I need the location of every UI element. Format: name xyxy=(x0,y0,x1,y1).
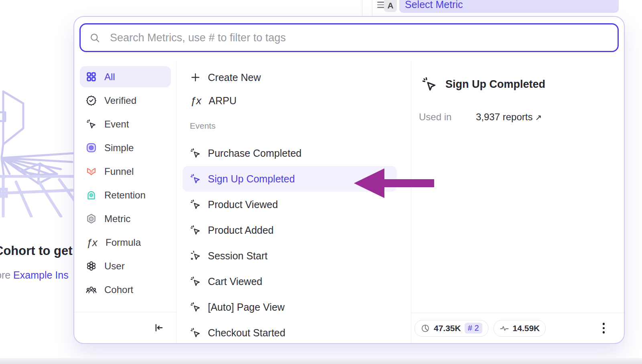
detail-footer: 47.35K # 2 14.59K xyxy=(411,313,624,343)
sidebar-item-formula[interactable]: ƒx Formula xyxy=(80,232,171,253)
create-new-label: Create New xyxy=(208,72,261,83)
reports-link[interactable]: 3,937 reports↗ xyxy=(476,111,542,123)
panel-border xyxy=(372,0,372,16)
sidebar-item-metric[interactable]: Metric xyxy=(80,208,171,229)
clause-letter-badge: A xyxy=(384,0,397,12)
external-link-arrow-icon: ↗ xyxy=(535,113,542,122)
event-item-checkout-started[interactable]: Checkout Started xyxy=(183,320,397,343)
event-item-label: Product Added xyxy=(208,224,274,236)
sidebar-footer xyxy=(74,312,176,343)
sidebar-item-label: Cohort xyxy=(104,284,133,295)
event-item-session-start[interactable]: Session Start xyxy=(183,243,397,269)
event-cursor-icon xyxy=(190,173,201,184)
event-cursor-icon xyxy=(190,224,201,236)
event-cursor-first-time-icon xyxy=(190,250,201,261)
stat-value: 14.59K xyxy=(513,324,540,333)
stat-value: 47.35K xyxy=(434,324,461,333)
sidebar-item-label: Funnel xyxy=(104,166,134,177)
list-item-arpu[interactable]: ƒx ARPU xyxy=(183,89,397,112)
sidebar-item-all[interactable]: All xyxy=(80,66,171,87)
background-wireframe-illustration xyxy=(0,89,76,217)
sidebar-item-label: Simple xyxy=(104,142,134,154)
sidebar-item-user[interactable]: User xyxy=(80,255,171,277)
window-bottom-edge xyxy=(0,358,642,364)
event-cursor-icon xyxy=(190,327,201,338)
user-cluster-icon xyxy=(86,261,97,271)
event-item-label: Sign Up Completed xyxy=(208,173,295,185)
event-cursor-icon xyxy=(421,76,437,92)
sidebar-item-retention[interactable]: Retention xyxy=(80,184,171,206)
select-metric-field[interactable]: Select Metric xyxy=(399,0,619,13)
sidebar-item-funnel[interactable]: Funnel xyxy=(80,161,171,182)
sidebar-item-verified[interactable]: Verified xyxy=(80,90,171,111)
panel-border xyxy=(362,0,362,16)
event-cursor-icon xyxy=(86,119,97,129)
sidebar-item-label: Metric xyxy=(104,213,130,224)
metric-detail-panel: Sign Up Completed Used in 3,937 reports↗… xyxy=(411,61,624,343)
reports-count: 3,937 reports xyxy=(476,111,532,122)
formula-fx-icon: ƒx xyxy=(86,237,98,248)
event-item-label: Purchase Completed xyxy=(208,148,301,159)
sidebar-item-simple[interactable]: Simple xyxy=(80,137,171,158)
detail-title: Sign Up Completed xyxy=(445,78,545,91)
sidebar-item-label: Verified xyxy=(104,95,136,106)
sidebar-item-label: Retention xyxy=(104,190,146,201)
metric-picker-modal: All Verified Event Simple Funnel xyxy=(73,16,625,344)
sidebar-item-event[interactable]: Event xyxy=(80,113,171,135)
event-item-purchase-completed[interactable]: Purchase Completed xyxy=(183,140,397,166)
cohort-people-icon xyxy=(86,284,97,295)
sidebar-item-label: User xyxy=(104,261,125,272)
retention-arch-icon xyxy=(86,190,97,200)
metrics-search-box[interactable] xyxy=(79,23,619,52)
background-headline: Cohort to get s xyxy=(0,244,83,258)
annotation-arrow xyxy=(354,168,434,198)
metric-type-sidebar: All Verified Event Simple Funnel xyxy=(74,61,177,343)
sidebar-item-cohort[interactable]: Cohort xyxy=(80,279,171,300)
search-icon xyxy=(89,32,100,43)
event-item-auto-page-view[interactable]: [Auto] Page View xyxy=(183,294,397,320)
event-item-label: Checkout Started xyxy=(208,327,285,339)
metrics-search-input[interactable] xyxy=(109,31,609,44)
sidebar-item-label: Formula xyxy=(106,237,141,248)
event-item-cart-viewed[interactable]: Cart Viewed xyxy=(183,269,397,294)
event-item-label: Session Start xyxy=(208,250,268,262)
pie-chart-icon xyxy=(421,324,430,333)
event-cursor-icon xyxy=(190,301,201,313)
funnel-icon xyxy=(86,166,97,177)
activity-icon xyxy=(500,324,509,333)
event-item-label: [Auto] Page View xyxy=(208,301,284,313)
plus-icon xyxy=(190,72,201,83)
event-item-label: Cart Viewed xyxy=(208,276,262,287)
sidebar-item-label: All xyxy=(104,71,115,83)
report-count-badge[interactable]: 47.35K # 2 xyxy=(414,320,488,337)
select-metric-label: Select Metric xyxy=(405,0,463,10)
background-subline-prefix: ore xyxy=(0,269,13,281)
collapse-panel-icon[interactable] xyxy=(153,322,164,333)
metrics-list: Create New ƒx ARPU Events Purchase Compl… xyxy=(177,61,411,343)
metric-hexagon-icon xyxy=(86,213,97,224)
activity-count-badge[interactable]: 14.59K xyxy=(494,320,546,337)
events-section-header: Events xyxy=(190,121,397,131)
rank-chip: # 2 xyxy=(465,323,482,334)
event-cursor-icon xyxy=(190,148,201,159)
event-item-label: Product Viewed xyxy=(208,199,278,210)
app-screen: Cohort to get s ore Example Ins A Select… xyxy=(0,0,642,364)
list-item-label: ARPU xyxy=(209,95,236,107)
event-cursor-icon xyxy=(190,199,201,210)
event-cursor-icon xyxy=(190,276,201,287)
simple-square-icon xyxy=(86,142,97,153)
used-in-label: Used in xyxy=(419,111,476,123)
create-new-button[interactable]: Create New xyxy=(183,66,397,89)
formula-fx-icon: ƒx xyxy=(190,95,202,106)
event-item-product-added[interactable]: Product Added xyxy=(183,217,397,243)
verified-badge-icon xyxy=(86,95,97,106)
kebab-menu-icon[interactable] xyxy=(601,321,607,335)
grid-icon xyxy=(86,71,97,82)
example-insights-link[interactable]: Example Ins xyxy=(13,269,69,281)
sidebar-item-label: Event xyxy=(104,119,129,130)
background-subline: ore Example Ins xyxy=(0,269,69,281)
